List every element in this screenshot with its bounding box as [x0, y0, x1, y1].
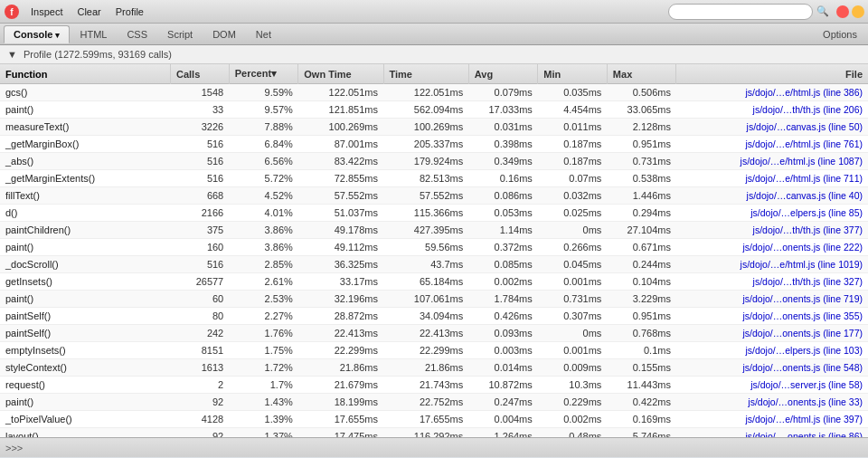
profile-button[interactable]: Profile	[108, 5, 151, 19]
search-input[interactable]	[668, 4, 813, 20]
tab-console[interactable]: Console ▾	[4, 25, 70, 43]
cell-avg: 0.372ms	[468, 239, 538, 256]
tab-net[interactable]: Net	[246, 25, 281, 43]
cell-time: 59.56ms	[383, 239, 468, 256]
col-header-function[interactable]: Function	[0, 64, 170, 84]
cell-file[interactable]: js/dojo/…th/th.js (line 327)	[676, 273, 868, 291]
table-row[interactable]: paint() 33 9.57% 121.851ms 562.094ms 17.…	[0, 101, 868, 119]
cell-max: 0.731ms	[607, 153, 676, 170]
table-row[interactable]: styleContext() 1613 1.72% 21.86ms 21.86m…	[0, 359, 868, 377]
cell-file[interactable]: js/dojo/…onents.js (line 33)	[676, 394, 868, 411]
cell-file[interactable]: js/dojo/…onents.js (line 177)	[676, 325, 868, 342]
table-row[interactable]: _toPixelValue() 4128 1.39% 17.655ms 17.6…	[0, 411, 868, 428]
table-row[interactable]: paint() 92 1.43% 18.199ms 22.752ms 0.247…	[0, 394, 868, 411]
cell-file[interactable]: js/dojo/…canvas.js (line 50)	[676, 119, 868, 136]
cell-file[interactable]: js/dojo/…e/html.js (line 711)	[676, 170, 868, 187]
cell-percent: 9.59%	[229, 84, 298, 101]
table-row[interactable]: layout() 92 1.37% 17.475ms 116.292ms 1.2…	[0, 428, 868, 438]
cell-avg: 0.093ms	[468, 325, 538, 342]
col-header-time[interactable]: Time	[383, 64, 468, 84]
tab-script[interactable]: Script	[157, 25, 203, 43]
table-row[interactable]: _getMarginExtents() 516 5.72% 72.855ms 8…	[0, 170, 868, 187]
cell-percent: 5.72%	[229, 170, 298, 187]
col-header-file[interactable]: File	[676, 64, 868, 84]
cell-min: 4.454ms	[538, 101, 608, 119]
cell-calls: 80	[170, 308, 229, 325]
cell-time: 57.552ms	[383, 187, 468, 205]
table-row[interactable]: getInsets() 26577 2.61% 33.17ms 65.184ms…	[0, 273, 868, 291]
cell-file[interactable]: js/dojo/…elpers.js (line 85)	[676, 205, 868, 222]
options-button[interactable]: Options	[816, 27, 864, 42]
cell-calls: 516	[170, 256, 229, 273]
cell-own-time: 21.86ms	[298, 359, 383, 377]
cell-function: _abs()	[0, 153, 170, 170]
table-row[interactable]: emptyInsets() 8151 1.75% 22.299ms 22.299…	[0, 342, 868, 359]
tab-dom[interactable]: DOM	[203, 25, 246, 43]
cell-file[interactable]: js/dojo/…e/html.js (line 1087)	[676, 153, 868, 170]
cell-own-time: 72.855ms	[298, 170, 383, 187]
profile-collapse-arrow[interactable]: ▼	[7, 49, 17, 60]
col-header-percent[interactable]: Percent▾	[229, 64, 298, 84]
cell-calls: 516	[170, 153, 229, 170]
cell-file[interactable]: js/dojo/…e/html.js (line 386)	[676, 84, 868, 101]
cell-file[interactable]: js/dojo/…th/th.js (line 206)	[676, 101, 868, 119]
window-close-button[interactable]	[836, 5, 849, 18]
cell-time: 107.061ms	[383, 291, 468, 308]
cell-function: d()	[0, 205, 170, 222]
cell-file[interactable]: js/dojo/…th/th.js (line 377)	[676, 222, 868, 239]
table-row[interactable]: d() 2166 4.01% 51.037ms 115.366ms 0.053m…	[0, 205, 868, 222]
cell-time: 21.86ms	[383, 359, 468, 377]
cell-time: 562.094ms	[383, 101, 468, 119]
cell-file[interactable]: js/dojo/…onents.js (line 548)	[676, 359, 868, 377]
table-row[interactable]: measureText() 3226 7.88% 100.269ms 100.2…	[0, 119, 868, 136]
cell-file[interactable]: js/dojo/…e/html.js (line 1019)	[676, 256, 868, 273]
bottom-bar: >>>	[0, 437, 868, 457]
console-dropdown-arrow[interactable]: ▾	[55, 31, 60, 40]
col-header-own-time[interactable]: Own Time	[298, 64, 383, 84]
firebug-logo: f	[4, 4, 20, 20]
table-container[interactable]: Function Calls Percent▾ Own Time Time Av…	[0, 64, 868, 437]
cell-max: 0.422ms	[607, 394, 676, 411]
cell-file[interactable]: js/dojo/….onents.js (line 86)	[676, 428, 868, 438]
table-row[interactable]: paintSelf() 80 2.27% 28.872ms 34.094ms 0…	[0, 308, 868, 325]
cell-max: 11.443ms	[607, 377, 676, 394]
tab-html[interactable]: HTML	[70, 25, 117, 43]
cell-own-time: 57.552ms	[298, 187, 383, 205]
cell-file[interactable]: js/dojo/…onents.js (line 719)	[676, 291, 868, 308]
table-row[interactable]: _abs() 516 6.56% 83.422ms 179.924ms 0.34…	[0, 153, 868, 170]
col-header-avg[interactable]: Avg	[468, 64, 538, 84]
cell-min: 0.025ms	[538, 205, 608, 222]
col-header-max[interactable]: Max	[607, 64, 676, 84]
cell-calls: 26577	[170, 273, 229, 291]
table-row[interactable]: _getMarginBox() 516 6.84% 87.001ms 205.3…	[0, 136, 868, 153]
cell-function: request()	[0, 377, 170, 394]
cell-file[interactable]: js/dojo/…onents.js (line 355)	[676, 308, 868, 325]
cell-percent: 2.61%	[229, 273, 298, 291]
cell-file[interactable]: js/dojo/…elpers.js (line 103)	[676, 342, 868, 359]
table-row[interactable]: paintChildren() 375 3.86% 49.178ms 427.3…	[0, 222, 868, 239]
clear-button[interactable]: Clear	[70, 5, 108, 19]
cell-file[interactable]: js/dojo/…canvas.js (line 40)	[676, 187, 868, 205]
cell-file[interactable]: js/dojo/…e/html.js (line 397)	[676, 411, 868, 428]
inspect-button[interactable]: Inspect	[24, 5, 70, 19]
cell-file[interactable]: js/dojo/…onents.js (line 222)	[676, 239, 868, 256]
table-row[interactable]: paint() 60 2.53% 32.196ms 107.061ms 1.78…	[0, 291, 868, 308]
window-minimize-button[interactable]	[852, 5, 864, 18]
tab-css[interactable]: CSS	[117, 25, 157, 43]
cell-percent: 2.27%	[229, 308, 298, 325]
table-row[interactable]: paintSelf() 242 1.76% 22.413ms 22.413ms …	[0, 325, 868, 342]
table-row[interactable]: _docScroll() 516 2.85% 36.325ms 43.7ms 0…	[0, 256, 868, 273]
col-header-calls[interactable]: Calls	[170, 64, 229, 84]
table-row[interactable]: paint() 160 3.86% 49.112ms 59.56ms 0.372…	[0, 239, 868, 256]
table-row[interactable]: gcs() 1548 9.59% 122.051ms 122.051ms 0.0…	[0, 84, 868, 101]
cell-file[interactable]: js/dojo/…e/html.js (line 761)	[676, 136, 868, 153]
cell-file[interactable]: js/dojo/…server.js (line 58)	[676, 377, 868, 394]
cell-max: 0.294ms	[607, 205, 676, 222]
table-row[interactable]: request() 2 1.7% 21.679ms 21.743ms 10.87…	[0, 377, 868, 394]
table-row[interactable]: fillText() 668 4.52% 57.552ms 57.552ms 0…	[0, 187, 868, 205]
cell-max: 0.951ms	[607, 136, 676, 153]
cell-avg: 0.031ms	[468, 119, 538, 136]
cell-calls: 516	[170, 170, 229, 187]
col-header-min[interactable]: Min	[538, 64, 608, 84]
cell-avg: 0.349ms	[468, 153, 538, 170]
